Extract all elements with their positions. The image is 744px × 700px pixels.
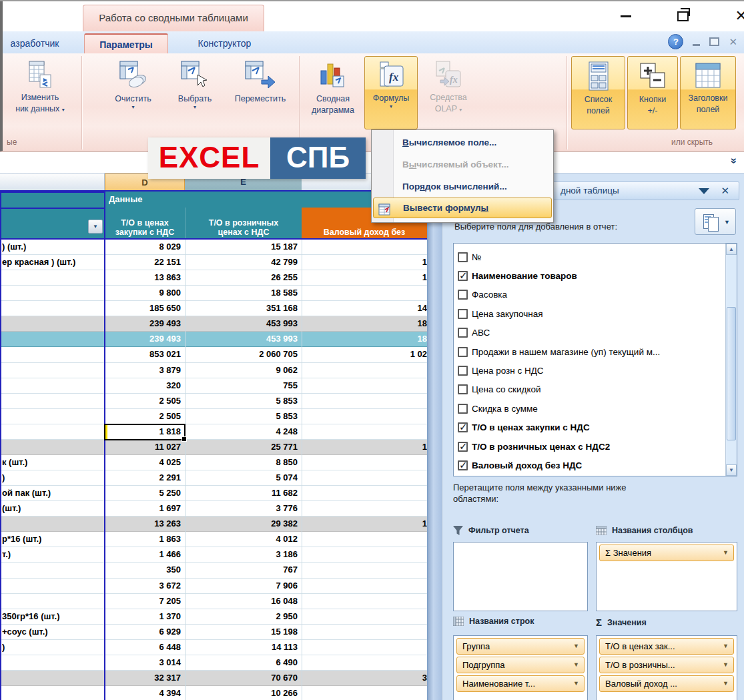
value-cell-f[interactable]: 1 [302,516,427,531]
row-label-cell[interactable]: 350гр*16 (шт.) [2,609,103,624]
value-cell-d[interactable]: 3 879 [105,363,185,378]
value-cell-f[interactable] [302,378,427,393]
field-headers-toggle[interactable]: Заголовки полей [680,56,736,129]
field-list-toggle[interactable]: Список полей [571,56,625,129]
value-cell-e[interactable]: 3 776 [185,501,302,516]
value-cell-e[interactable]: 2 060 705 [185,347,302,362]
value-cell-e[interactable]: 14 113 [185,640,302,655]
field-item-3[interactable]: Цена закупочная [458,304,543,323]
clear-button[interactable]: Очистить ▾ [101,56,165,110]
row-label-cell[interactable]: р*16 (шт.) [2,532,103,547]
menu-item-3[interactable]: Вывести формулы [373,198,552,218]
value-cell-f[interactable]: 1 [302,255,427,270]
row-label-cell[interactable]: +соус (шт.) [2,625,103,639]
values-area-box[interactable]: Т/О в ценах зак...▼Т/О в розничны...▼Вал… [596,635,737,700]
pivot-chart-button[interactable]: Сводная диаграмма [303,56,363,116]
value-cell-f[interactable]: 1 [302,440,427,454]
formulas-button[interactable]: fx Формулы ▾ [364,56,418,129]
rows-chip-0[interactable]: Группа▼ [456,638,585,655]
value-cell-f[interactable] [302,655,427,670]
row-label-cell[interactable] [2,347,103,362]
value-cell-e[interactable]: 15 198 [185,625,302,639]
chip-dropdown-icon[interactable]: ▼ [573,676,579,691]
value-cell-d[interactable]: 9 800 [105,286,185,300]
fill-handle[interactable] [181,436,187,442]
value-cell-f[interactable] [302,363,427,378]
row-label-cell[interactable] [2,316,103,331]
field-item-11[interactable]: Валовый доход без НДС [458,456,582,474]
value-cell-d[interactable]: 4 394 [105,686,185,700]
value-cell-d[interactable]: 22 151 [105,255,185,270]
row-label-cell[interactable]: ) [2,640,103,655]
columns-chip-0[interactable]: Σ Значения▼ [599,545,734,561]
value-cell-f[interactable] [302,240,427,254]
value-cell-e[interactable]: 29 382 [185,516,302,531]
row-label-cell[interactable] [2,286,103,300]
value-cell-f[interactable] [302,501,427,516]
tab-options[interactable]: Параметры [84,33,168,53]
value-cell-f[interactable]: 3 [302,671,427,685]
row-label-cell[interactable]: к (шт.) [2,455,103,470]
scroll-up-icon[interactable]: ▲ [726,244,737,255]
value-cell-e[interactable]: 15 187 [185,240,302,254]
checkbox-checked-icon[interactable] [458,442,468,452]
field-list-scrollbar[interactable]: ▲ ▼ [725,244,737,476]
restore-icon[interactable] [677,11,689,21]
field-item-9[interactable]: Т/О в ценах закупки с НДС [458,418,590,437]
row-label-cell[interactable]: ер красная ) (шт.) [2,255,103,270]
value-cell-e[interactable]: 453 993 [185,316,302,331]
value-cell-e[interactable]: 42 799 [185,255,302,270]
help-icon[interactable]: ? [668,34,683,49]
row-label-cell[interactable] [2,671,103,685]
pane-close-icon[interactable]: ✕ [721,182,729,200]
columns-area-box[interactable]: Σ Значения▼ [596,542,737,611]
value-cell-f[interactable] [302,609,427,624]
value-cell-f[interactable]: 18 [302,316,427,331]
field-item-10[interactable]: Т/О в розничных ценах с НДС2 [458,437,610,456]
value-cell-d[interactable]: 4 025 [105,455,185,470]
values-chip-0[interactable]: Т/О в ценах зак...▼ [599,638,734,655]
row-label-cell[interactable]: ) [2,470,103,485]
value-cell-d[interactable]: 32 317 [105,671,185,685]
values-chip-1[interactable]: Т/О в розничны...▼ [599,657,734,673]
value-cell-f[interactable] [302,486,427,500]
value-cell-e[interactable]: 453 993 [185,332,302,346]
value-cell-e[interactable]: 5 074 [185,470,302,485]
checkbox-checked-icon[interactable] [458,271,468,281]
value-cell-f[interactable] [302,640,427,655]
value-cell-f[interactable] [302,409,427,424]
value-cell-d[interactable]: 2 505 [105,409,185,424]
checkbox-icon[interactable] [458,347,468,357]
row-label-cell[interactable] [2,563,103,577]
checkbox-icon[interactable] [458,404,468,414]
value-cell-d[interactable]: 1 697 [105,501,185,516]
value-cell-e[interactable]: 16 048 [185,594,302,609]
pane-layout-button[interactable]: ▼ [695,208,736,235]
value-cell-e[interactable]: 7 906 [185,579,302,593]
checkbox-checked-icon[interactable] [458,460,468,470]
field-item-0[interactable]: № [458,248,481,266]
value-cell-e[interactable]: 5 853 [185,409,302,424]
plus-minus-buttons-toggle[interactable]: Кнопки +/- [627,56,678,129]
minimize-icon[interactable] [621,15,631,17]
row-label-cell[interactable] [2,394,103,408]
value-cell-d[interactable]: 2 291 [105,470,185,485]
value-cell-d[interactable]: 2 505 [105,394,185,408]
workbook-close-icon[interactable]: ✕ [729,36,737,48]
scroll-down-icon[interactable]: ▼ [726,464,737,476]
pane-menu-icon[interactable] [699,188,709,194]
menu-item-2[interactable]: Порядок вычислений... [372,176,553,198]
row-label-cell[interactable]: ой пак (шт.) [2,486,103,500]
rows-chip-1[interactable]: Подгруппа▼ [456,657,585,673]
expand-formula-bar-icon[interactable]: » [729,158,741,164]
value-cell-f[interactable]: 1 02 [302,347,427,362]
row-label-cell[interactable]: ) (шт.) [2,240,103,254]
row-label-cell[interactable] [2,686,103,700]
value-cell-f[interactable]: 18 [302,332,427,346]
value-cell-e[interactable]: 70 670 [185,671,302,685]
value-cell-e[interactable]: 755 [185,378,302,393]
chip-dropdown-icon[interactable]: ▼ [573,639,579,654]
value-cell-d[interactable]: 3 014 [105,655,185,670]
value-cell-e[interactable]: 9 062 [185,363,302,378]
value-cell-d[interactable]: 350 [105,563,185,577]
